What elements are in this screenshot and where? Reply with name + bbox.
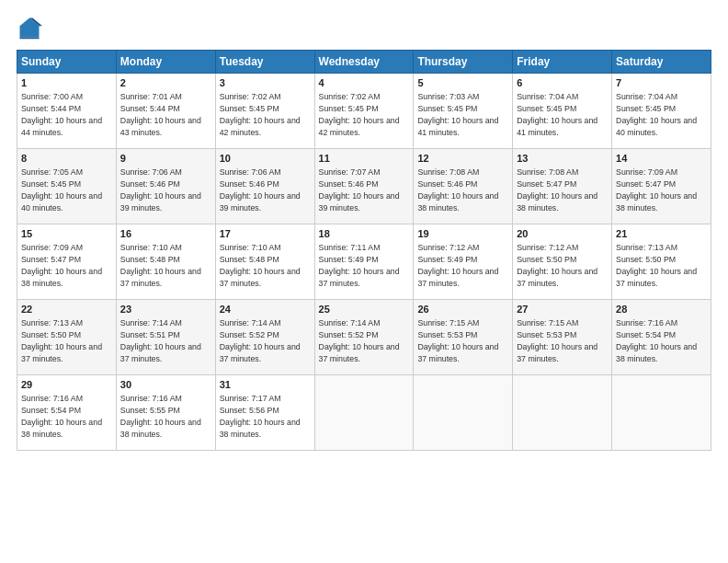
day-number: 2 [120, 76, 211, 90]
day-number: 12 [417, 152, 508, 166]
header [17, 15, 711, 40]
day-info: Sunrise: 7:12 AMSunset: 5:50 PMDaylight:… [517, 243, 597, 287]
col-header-monday: Monday [116, 51, 215, 74]
day-number: 8 [21, 152, 112, 166]
day-info: Sunrise: 7:10 AMSunset: 5:48 PMDaylight:… [220, 243, 301, 287]
calendar-cell: 5 Sunrise: 7:03 AMSunset: 5:45 PMDayligh… [414, 74, 513, 149]
day-number: 23 [120, 303, 211, 316]
day-info: Sunrise: 7:10 AMSunset: 5:48 PMDaylight:… [120, 243, 201, 287]
calendar-cell: 29 Sunrise: 7:16 AMSunset: 5:54 PMDaylig… [17, 375, 117, 451]
day-number: 13 [517, 152, 608, 166]
day-number: 19 [417, 227, 508, 241]
day-number: 16 [120, 227, 211, 241]
calendar-cell: 8 Sunrise: 7:05 AMSunset: 5:45 PMDayligh… [17, 149, 117, 224]
col-header-friday: Friday [513, 51, 612, 74]
day-number: 7 [616, 76, 707, 90]
calendar-cell: 20 Sunrise: 7:12 AMSunset: 5:50 PMDaylig… [513, 224, 612, 300]
day-info: Sunrise: 7:13 AMSunset: 5:50 PMDaylight:… [21, 318, 102, 362]
calendar-cell: 26 Sunrise: 7:15 AMSunset: 5:53 PMDaylig… [414, 300, 513, 375]
calendar-cell [612, 375, 711, 451]
calendar-cell [414, 375, 513, 451]
calendar-cell: 7 Sunrise: 7:04 AMSunset: 5:45 PMDayligh… [612, 74, 711, 149]
calendar-cell: 4 Sunrise: 7:02 AMSunset: 5:45 PMDayligh… [314, 74, 414, 149]
calendar-cell: 24 Sunrise: 7:14 AMSunset: 5:52 PMDaylig… [215, 300, 314, 375]
day-number: 6 [517, 76, 608, 90]
day-number: 28 [616, 303, 707, 316]
svg-marker-0 [20, 18, 40, 38]
day-info: Sunrise: 7:16 AMSunset: 5:54 PMDaylight:… [21, 394, 102, 438]
col-header-saturday: Saturday [612, 51, 711, 74]
col-header-wednesday: Wednesday [314, 51, 414, 74]
day-number: 5 [417, 76, 508, 90]
day-info: Sunrise: 7:11 AMSunset: 5:49 PMDaylight:… [319, 243, 400, 287]
calendar-cell: 14 Sunrise: 7:09 AMSunset: 5:47 PMDaylig… [612, 149, 711, 224]
calendar-cell: 21 Sunrise: 7:13 AMSunset: 5:50 PMDaylig… [612, 224, 711, 300]
calendar-cell: 28 Sunrise: 7:16 AMSunset: 5:54 PMDaylig… [612, 300, 711, 375]
calendar-cell: 22 Sunrise: 7:13 AMSunset: 5:50 PMDaylig… [17, 300, 117, 375]
day-number: 11 [319, 152, 410, 166]
day-number: 1 [21, 76, 112, 90]
day-number: 27 [517, 303, 608, 316]
page: SundayMondayTuesdayWednesdayThursdayFrid… [0, 0, 728, 563]
day-number: 31 [220, 378, 311, 392]
calendar-week-5: 29 Sunrise: 7:16 AMSunset: 5:54 PMDaylig… [17, 375, 711, 451]
calendar-week-1: 1 Sunrise: 7:00 AMSunset: 5:44 PMDayligh… [17, 74, 711, 149]
calendar-cell: 27 Sunrise: 7:15 AMSunset: 5:53 PMDaylig… [513, 300, 612, 375]
col-header-thursday: Thursday [414, 51, 513, 74]
day-number: 14 [616, 152, 707, 166]
calendar-cell: 13 Sunrise: 7:08 AMSunset: 5:47 PMDaylig… [513, 149, 612, 224]
day-info: Sunrise: 7:08 AMSunset: 5:46 PMDaylight:… [417, 167, 498, 212]
logo-icon [17, 15, 42, 40]
calendar-cell [314, 375, 414, 451]
col-header-tuesday: Tuesday [215, 51, 314, 74]
day-info: Sunrise: 7:17 AMSunset: 5:56 PMDaylight:… [220, 394, 301, 438]
calendar-week-3: 15 Sunrise: 7:09 AMSunset: 5:47 PMDaylig… [17, 224, 711, 300]
day-info: Sunrise: 7:01 AMSunset: 5:44 PMDaylight:… [120, 92, 201, 136]
day-number: 4 [319, 76, 410, 90]
calendar-cell: 19 Sunrise: 7:12 AMSunset: 5:49 PMDaylig… [414, 224, 513, 300]
col-header-sunday: Sunday [17, 51, 117, 74]
day-info: Sunrise: 7:15 AMSunset: 5:53 PMDaylight:… [517, 318, 597, 362]
calendar-table: SundayMondayTuesdayWednesdayThursdayFrid… [17, 50, 711, 451]
day-info: Sunrise: 7:00 AMSunset: 5:44 PMDaylight:… [21, 92, 102, 136]
calendar-cell: 31 Sunrise: 7:17 AMSunset: 5:56 PMDaylig… [215, 375, 314, 451]
day-number: 24 [220, 303, 311, 316]
calendar-cell: 25 Sunrise: 7:14 AMSunset: 5:52 PMDaylig… [314, 300, 414, 375]
day-info: Sunrise: 7:13 AMSunset: 5:50 PMDaylight:… [616, 243, 697, 287]
day-info: Sunrise: 7:02 AMSunset: 5:45 PMDaylight:… [220, 92, 301, 136]
day-info: Sunrise: 7:04 AMSunset: 5:45 PMDaylight:… [517, 92, 597, 136]
day-info: Sunrise: 7:16 AMSunset: 5:54 PMDaylight:… [616, 318, 697, 362]
day-info: Sunrise: 7:08 AMSunset: 5:47 PMDaylight:… [517, 167, 597, 212]
calendar-cell: 12 Sunrise: 7:08 AMSunset: 5:46 PMDaylig… [414, 149, 513, 224]
svg-rect-2 [20, 38, 40, 40]
day-number: 26 [417, 303, 508, 316]
day-info: Sunrise: 7:03 AMSunset: 5:45 PMDaylight:… [417, 92, 498, 136]
calendar-week-4: 22 Sunrise: 7:13 AMSunset: 5:50 PMDaylig… [17, 300, 711, 375]
day-number: 18 [319, 227, 410, 241]
day-info: Sunrise: 7:06 AMSunset: 5:46 PMDaylight:… [220, 167, 301, 212]
calendar-cell [513, 375, 612, 451]
calendar-cell: 2 Sunrise: 7:01 AMSunset: 5:44 PMDayligh… [116, 74, 215, 149]
calendar-cell: 3 Sunrise: 7:02 AMSunset: 5:45 PMDayligh… [215, 74, 314, 149]
day-info: Sunrise: 7:09 AMSunset: 5:47 PMDaylight:… [21, 243, 102, 287]
day-info: Sunrise: 7:15 AMSunset: 5:53 PMDaylight:… [417, 318, 498, 362]
day-number: 17 [220, 227, 311, 241]
calendar-cell: 11 Sunrise: 7:07 AMSunset: 5:46 PMDaylig… [314, 149, 414, 224]
day-number: 10 [220, 152, 311, 166]
day-info: Sunrise: 7:04 AMSunset: 5:45 PMDaylight:… [616, 92, 697, 136]
day-number: 22 [21, 303, 112, 316]
day-info: Sunrise: 7:14 AMSunset: 5:52 PMDaylight:… [319, 318, 400, 362]
day-info: Sunrise: 7:12 AMSunset: 5:49 PMDaylight:… [417, 243, 498, 287]
day-number: 30 [120, 378, 211, 392]
calendar-cell: 23 Sunrise: 7:14 AMSunset: 5:51 PMDaylig… [116, 300, 215, 375]
day-info: Sunrise: 7:09 AMSunset: 5:47 PMDaylight:… [616, 167, 697, 212]
calendar-cell: 10 Sunrise: 7:06 AMSunset: 5:46 PMDaylig… [215, 149, 314, 224]
calendar-cell: 17 Sunrise: 7:10 AMSunset: 5:48 PMDaylig… [215, 224, 314, 300]
day-number: 9 [120, 152, 211, 166]
day-number: 25 [319, 303, 410, 316]
calendar-week-2: 8 Sunrise: 7:05 AMSunset: 5:45 PMDayligh… [17, 149, 711, 224]
calendar-cell: 1 Sunrise: 7:00 AMSunset: 5:44 PMDayligh… [17, 74, 117, 149]
day-info: Sunrise: 7:07 AMSunset: 5:46 PMDaylight:… [319, 167, 400, 212]
calendar-cell: 15 Sunrise: 7:09 AMSunset: 5:47 PMDaylig… [17, 224, 117, 300]
day-number: 20 [517, 227, 608, 241]
